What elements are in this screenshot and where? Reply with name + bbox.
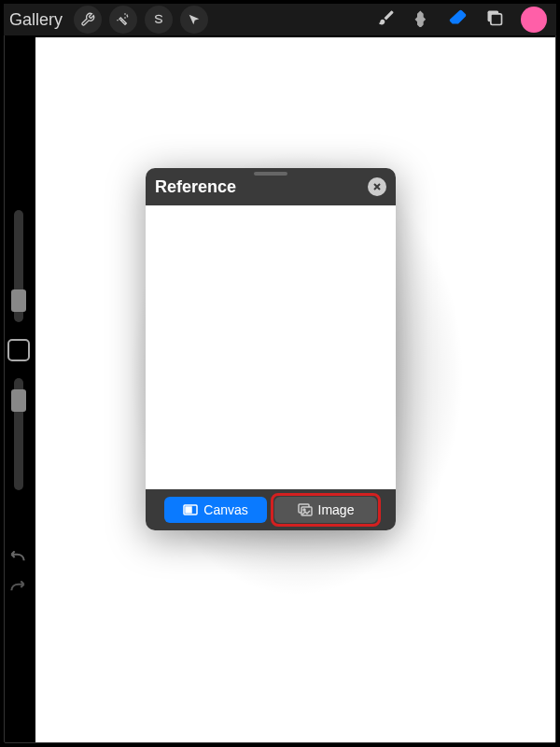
reference-panel-header[interactable]: Reference xyxy=(146,168,396,205)
adjustments-button[interactable] xyxy=(109,6,137,34)
brush-size-slider[interactable] xyxy=(14,210,23,322)
wrench-icon xyxy=(80,12,95,27)
layers-button[interactable] xyxy=(485,8,504,31)
reference-panel: Reference Canvas Image xyxy=(146,168,396,530)
color-picker-button[interactable] xyxy=(521,7,547,33)
reference-panel-footer: Canvas Image xyxy=(146,489,396,530)
left-sidebar xyxy=(5,210,33,490)
drag-handle[interactable] xyxy=(254,172,287,176)
gallery-button[interactable]: Gallery xyxy=(9,10,63,30)
wand-icon xyxy=(116,12,131,27)
brush-size-thumb[interactable] xyxy=(11,289,26,312)
close-button[interactable] xyxy=(368,177,386,196)
svg-rect-3 xyxy=(186,507,191,513)
svg-rect-1 xyxy=(491,14,502,25)
redo-icon xyxy=(8,581,27,594)
redo-button[interactable] xyxy=(8,581,27,598)
brush-button[interactable] xyxy=(377,8,396,31)
opacity-thumb[interactable] xyxy=(11,389,26,412)
undo-redo-group xyxy=(8,551,27,598)
reference-panel-body[interactable] xyxy=(146,205,396,489)
reference-canvas-label: Canvas xyxy=(203,502,247,517)
smudge-icon xyxy=(413,8,431,27)
svg-point-6 xyxy=(303,509,305,511)
brush-icon xyxy=(377,8,396,27)
image-tab-icon xyxy=(298,503,313,516)
layers-icon xyxy=(485,8,504,27)
reference-canvas-tab[interactable]: Canvas xyxy=(164,497,267,523)
close-icon xyxy=(372,182,382,191)
eraser-button[interactable] xyxy=(448,7,469,32)
top-toolbar: Gallery xyxy=(4,4,556,35)
eraser-icon xyxy=(448,7,469,28)
smudge-button[interactable] xyxy=(413,8,431,31)
reference-image-label: Image xyxy=(318,502,355,517)
undo-icon xyxy=(8,551,27,564)
transform-button[interactable] xyxy=(180,6,208,34)
modify-button[interactable] xyxy=(7,339,30,361)
undo-button[interactable] xyxy=(8,551,27,568)
right-tool-group xyxy=(377,7,551,33)
opacity-slider[interactable] xyxy=(14,378,23,490)
selection-s-icon xyxy=(151,12,166,27)
selection-button[interactable] xyxy=(145,6,173,34)
reference-image-tab[interactable]: Image xyxy=(274,497,377,523)
actions-button[interactable] xyxy=(74,6,102,34)
cursor-icon xyxy=(187,12,202,27)
reference-panel-title: Reference xyxy=(155,177,368,197)
canvas-tab-icon xyxy=(183,504,198,515)
